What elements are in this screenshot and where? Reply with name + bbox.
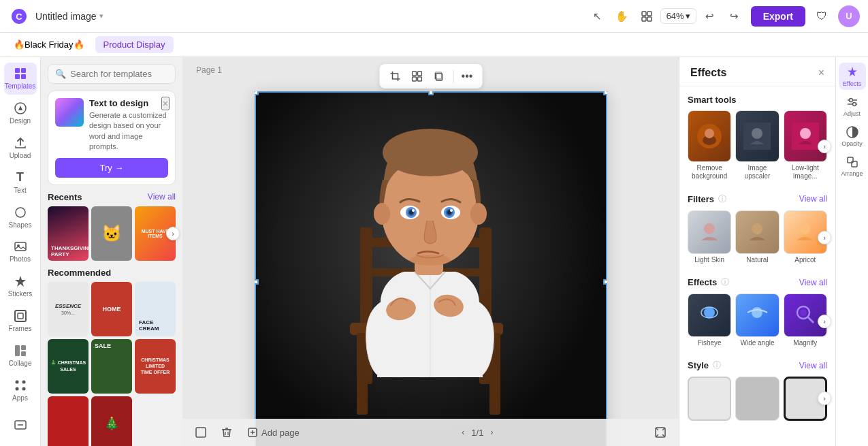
- template-item-red2[interactable]: 🎄: [91, 396, 132, 446]
- svg-rect-4: [642, 17, 646, 21]
- smart-tool-remove-bg-label: Remove background: [688, 162, 731, 182]
- next-page-button[interactable]: ›: [487, 426, 496, 439]
- style-item-2[interactable]: [735, 377, 779, 420]
- crop-tool[interactable]: [385, 67, 405, 86]
- pointer-tool[interactable]: ↖: [587, 5, 609, 27]
- rs-arrange-btn[interactable]: Arrange: [839, 153, 866, 180]
- hand-tool[interactable]: ✋: [611, 5, 633, 27]
- sidebar-icon-help[interactable]: [4, 409, 37, 441]
- effects-next[interactable]: ›: [818, 315, 831, 328]
- rs-adjust-btn[interactable]: Adjust: [839, 93, 866, 120]
- rs-adjust-label: Adjust: [843, 110, 861, 117]
- style-next[interactable]: ›: [818, 392, 831, 405]
- sidebar-icon-frames[interactable]: Frames: [4, 305, 37, 337]
- effects-panel-close[interactable]: ×: [818, 67, 824, 79]
- text-to-design-card: × Text to design Generate a customized d…: [48, 91, 176, 185]
- search-bar[interactable]: 🔍: [48, 64, 176, 84]
- svg-point-93: [849, 99, 852, 102]
- tab-product-display[interactable]: Product Display: [95, 36, 174, 53]
- effect-fisheye[interactable]: Fisheye: [688, 293, 731, 349]
- doc-name[interactable]: Untitled image ▾: [35, 11, 103, 22]
- svg-point-80: [752, 128, 762, 139]
- copy-tool[interactable]: [428, 67, 449, 86]
- template-item-red1[interactable]: [48, 396, 89, 446]
- svg-point-83: [704, 223, 715, 234]
- sidebar-icon-shapes[interactable]: Shapes: [4, 201, 37, 233]
- svg-rect-31: [417, 71, 421, 76]
- svg-point-78: [705, 129, 714, 138]
- sidebar-icon-templates[interactable]: Templates: [4, 63, 37, 95]
- filters-next[interactable]: ›: [818, 231, 831, 244]
- effects-items-grid: Fisheye Wide angle: [688, 293, 827, 349]
- tab-black-friday[interactable]: 🔥Black Friday🔥: [5, 36, 93, 53]
- ttd-description: Generate a customized design based on yo…: [89, 110, 168, 153]
- svg-line-73: [662, 428, 664, 430]
- ttd-close-button[interactable]: ×: [161, 97, 170, 110]
- shield-btn[interactable]: 🛡: [811, 5, 833, 27]
- sidebar-icon-photos[interactable]: Photos: [4, 236, 37, 268]
- template-item-thanksgiving[interactable]: THANKSGIVING PARTY: [48, 206, 89, 261]
- svg-point-20: [22, 380, 25, 383]
- recents-next-button[interactable]: ›: [166, 227, 180, 240]
- recents-section: Recents View all THANKSGIVING PARTY 🐱 MU…: [48, 192, 176, 261]
- effects-view-all[interactable]: View all: [799, 278, 827, 287]
- template-item-christmas-sales[interactable]: 🎄 CHRISTMASSALES: [48, 339, 89, 394]
- template-item-christmas-limited[interactable]: CHRISTMASLIMITEDTIME OFFER: [135, 339, 176, 394]
- avatar[interactable]: U: [838, 5, 860, 27]
- smart-tools-next[interactable]: ›: [818, 140, 831, 153]
- page-label: Page 1: [196, 65, 222, 75]
- filter-light-skin[interactable]: Light Skin: [688, 210, 731, 266]
- group-tool[interactable]: [406, 67, 427, 86]
- prev-page-button[interactable]: ‹: [459, 426, 467, 439]
- filter-natural[interactable]: Natural: [735, 210, 779, 266]
- sidebar-icon-apps[interactable]: Apps: [4, 374, 37, 406]
- template-item-face-cream[interactable]: FACECREAM: [135, 282, 176, 336]
- svg-point-88: [752, 307, 762, 318]
- effect-wide-angle[interactable]: Wide angle: [735, 293, 779, 349]
- undo-btn[interactable]: ↩: [699, 5, 721, 27]
- smart-tool-upscaler[interactable]: Image upscaler: [735, 110, 779, 182]
- template-item-home[interactable]: HOME: [91, 282, 132, 336]
- more-options-button[interactable]: •••: [457, 67, 477, 86]
- redo-btn[interactable]: ↪: [724, 5, 745, 27]
- app-logo: C: [8, 5, 30, 27]
- grid-view-tool[interactable]: [636, 5, 658, 27]
- template-item-essence[interactable]: ESSENCE 30%...: [48, 282, 89, 336]
- style-section: Style ⓘ View all: [688, 360, 827, 420]
- add-page-button[interactable]: Add page: [242, 423, 305, 442]
- filters-grid: Light Skin Natural: [688, 210, 827, 266]
- svg-rect-64: [196, 428, 206, 437]
- fit-screen-button[interactable]: [650, 423, 671, 442]
- recents-view-all[interactable]: View all: [148, 192, 176, 202]
- filters-view-all[interactable]: View all: [799, 194, 827, 204]
- rs-opacity-btn[interactable]: Opacity: [839, 123, 866, 150]
- effects-panel-title: Effects: [690, 67, 726, 79]
- recommended-title: Recommended: [48, 268, 111, 278]
- search-input[interactable]: [70, 69, 168, 79]
- svg-rect-6: [15, 68, 20, 73]
- ttd-try-button[interactable]: Try →: [55, 158, 168, 178]
- svg-rect-33: [417, 77, 421, 81]
- zoom-control[interactable]: 64% ▾: [660, 8, 696, 24]
- sidebar-icon-text[interactable]: T Text: [4, 166, 37, 198]
- smart-tool-remove-bg[interactable]: Remove background: [688, 110, 731, 182]
- svg-rect-9: [21, 74, 26, 79]
- style-item-1[interactable]: [688, 377, 731, 420]
- ttd-thumbnail: [55, 98, 84, 127]
- style-view-all[interactable]: View all: [799, 361, 827, 370]
- sidebar-icon-collage[interactable]: Collage: [4, 340, 37, 372]
- add-page-icon-btn[interactable]: [191, 423, 211, 442]
- sidebar-icon-stickers[interactable]: Stickers: [4, 270, 37, 302]
- delete-btn[interactable]: [216, 423, 237, 442]
- canvas-image[interactable]: ↻: [255, 91, 607, 446]
- template-item-sale[interactable]: SALE: [91, 339, 132, 394]
- svg-line-90: [808, 317, 814, 323]
- rs-effects-btn[interactable]: Effects: [839, 63, 866, 90]
- template-item-cat[interactable]: 🐱: [91, 206, 132, 261]
- svg-point-21: [15, 387, 18, 390]
- sidebar-icon-upload[interactable]: Upload: [4, 132, 37, 164]
- ttd-title: Text to design: [89, 98, 168, 108]
- export-button[interactable]: Export: [751, 6, 805, 27]
- filters-info-icon: ⓘ: [718, 193, 726, 205]
- sidebar-icon-design[interactable]: Design: [4, 97, 37, 129]
